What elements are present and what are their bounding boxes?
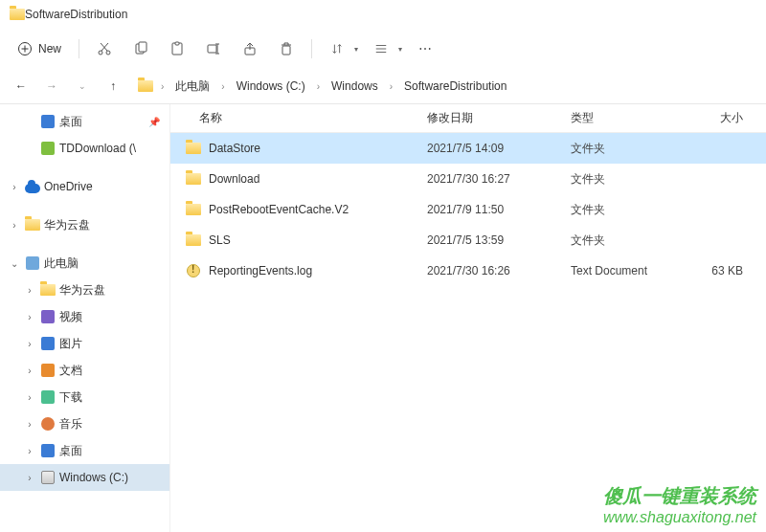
expand-arrow-icon[interactable]: › (23, 339, 36, 349)
sidebar-item[interactable]: ›音乐 (0, 410, 169, 437)
sidebar-item-label: 文档 (59, 363, 169, 379)
file-pane[interactable]: 名称 修改日期 类型 大小 DataStore2021/7/5 14:09文件夹… (170, 104, 766, 532)
sidebar-item[interactable]: ›文档 (0, 357, 169, 384)
expand-arrow-icon[interactable]: › (23, 312, 36, 322)
sidebar-item[interactable]: ⌄此电脑 (0, 250, 169, 277)
svg-rect-11 (208, 45, 216, 53)
column-date[interactable]: 修改日期 (427, 110, 571, 126)
sidebar-item[interactable]: ›视频 (0, 303, 169, 330)
sidebar-item[interactable]: ›桌面 (0, 437, 169, 464)
blue-icon (40, 336, 56, 351)
breadcrumb-item[interactable]: Windows (327, 78, 382, 95)
window-title: SoftwareDistribution (25, 8, 127, 21)
expand-arrow-icon[interactable]: › (23, 285, 36, 296)
sidebar-item-label: 桌面 (59, 114, 145, 130)
expand-arrow-icon[interactable]: › (8, 220, 21, 231)
breadcrumb-item[interactable]: 此电脑 (171, 77, 214, 97)
file-row[interactable]: PostRebootEventCache.V22021/7/9 11:50文件夹 (170, 194, 766, 225)
delete-button[interactable] (269, 33, 304, 64)
sidebar-item[interactable]: ›OneDrive (0, 173, 169, 200)
sidebar-item[interactable]: 桌面📌 (0, 108, 169, 135)
column-headers[interactable]: 名称 修改日期 类型 大小 (170, 104, 766, 133)
sidebar-item-label: Windows (C:) (59, 471, 169, 484)
down-icon (40, 389, 56, 405)
copy-button[interactable] (124, 33, 158, 64)
pc-icon (25, 255, 40, 271)
file-row[interactable]: Download2021/7/30 16:27文件夹 (170, 164, 766, 194)
sidebar-item-label: TDDownload (\ (59, 142, 169, 155)
breadcrumb-item[interactable]: SoftwareDistribution (400, 78, 510, 95)
file-name: PostRebootEventCache.V2 (209, 203, 349, 216)
sort-icon (330, 42, 344, 55)
chevron-down-icon: ▾ (398, 45, 402, 54)
view-icon (374, 42, 388, 55)
folder-icon (186, 233, 201, 248)
column-size[interactable]: 大小 (695, 110, 753, 126)
sidebar-item[interactable]: ›Windows (C:) (0, 464, 169, 491)
folder-icon (186, 141, 201, 156)
expand-arrow-icon[interactable]: › (23, 392, 36, 403)
sidebar-item-label: OneDrive (44, 180, 169, 193)
sidebar-item[interactable]: TDDownload (\ (0, 135, 169, 162)
expand-arrow-icon[interactable]: ⌄ (8, 258, 21, 269)
chevron-right-icon: › (317, 81, 320, 92)
file-size: 63 KB (695, 264, 753, 277)
breadcrumb[interactable]: › 此电脑 › Windows (C:) › Windows › Softwar… (138, 77, 510, 97)
sidebar-item[interactable]: ›下载 (0, 384, 169, 410)
breadcrumb-item[interactable]: Windows (C:) (233, 78, 309, 95)
file-name: SLS (209, 233, 231, 247)
recent-dropdown[interactable]: ⌄ (69, 73, 96, 100)
file-row[interactable]: SLS2021/7/5 13:59文件夹 (170, 225, 766, 255)
sort-button[interactable] (320, 33, 354, 64)
share-icon (242, 41, 258, 56)
sidebar-item-label: 视频 (59, 309, 169, 325)
blue-icon (40, 443, 56, 458)
folder-icon (186, 202, 201, 217)
purple-icon (40, 309, 56, 324)
share-button[interactable] (233, 33, 267, 64)
paste-button[interactable] (160, 33, 194, 64)
expand-arrow-icon[interactable]: › (23, 446, 36, 456)
folder-icon (138, 78, 153, 94)
sidebar-item[interactable]: ›华为云盘 (0, 211, 169, 238)
blue-icon (40, 114, 56, 129)
log-icon (186, 263, 201, 278)
new-button[interactable]: New (8, 35, 71, 62)
forward-button[interactable]: → (38, 73, 65, 100)
file-date: 2021/7/5 13:59 (427, 233, 571, 247)
rename-button[interactable] (196, 33, 231, 64)
chevron-down-icon: ▾ (354, 45, 358, 54)
cloud-icon (25, 179, 40, 194)
chevron-right-icon: › (221, 81, 224, 92)
expand-arrow-icon[interactable]: › (23, 473, 36, 483)
svg-point-3 (99, 51, 102, 55)
sidebar-item[interactable]: ›华为云盘 (0, 277, 169, 303)
expand-arrow-icon[interactable]: › (23, 366, 36, 376)
chevron-right-icon: › (390, 81, 393, 92)
file-row[interactable]: DataStore2021/7/5 14:09文件夹 (170, 133, 766, 164)
pin-icon[interactable]: 📌 (148, 117, 160, 127)
file-row[interactable]: ReportingEvents.log2021/7/30 16:26Text D… (170, 255, 766, 286)
file-date: 2021/7/30 16:26 (427, 264, 571, 277)
file-name: DataStore (209, 142, 260, 155)
sidebar[interactable]: 桌面📌TDDownload (\›OneDrive›华为云盘⌄此电脑›华为云盘›… (0, 104, 170, 532)
more-button[interactable]: ⋯ (408, 33, 442, 64)
back-button[interactable]: ← (8, 73, 34, 100)
column-name[interactable]: 名称 (170, 110, 427, 126)
disk-icon (40, 470, 56, 485)
new-button-label: New (38, 42, 61, 55)
expand-arrow-icon[interactable]: › (23, 419, 36, 430)
file-date: 2021/7/5 14:09 (427, 142, 571, 155)
up-button[interactable]: ↑ (100, 73, 126, 100)
expand-arrow-icon[interactable]: › (8, 182, 21, 192)
file-type: 文件夹 (571, 233, 695, 249)
svg-rect-10 (175, 42, 179, 45)
column-type[interactable]: 类型 (571, 110, 695, 126)
cut-button[interactable] (87, 33, 122, 64)
separator (79, 39, 79, 58)
sidebar-item[interactable]: ›图片 (0, 330, 169, 357)
sidebar-item-label: 华为云盘 (59, 282, 169, 299)
view-button[interactable] (364, 33, 398, 64)
file-type: Text Document (571, 264, 695, 277)
folder-icon (40, 282, 56, 298)
